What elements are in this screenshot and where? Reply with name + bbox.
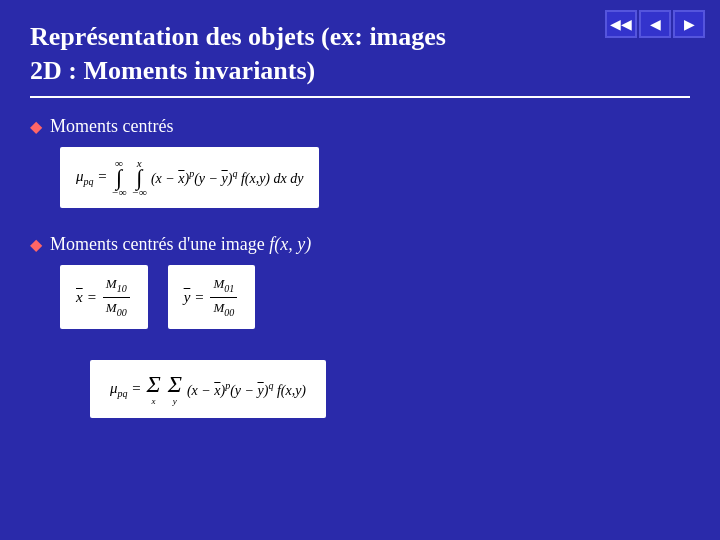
bullet-label-1: ◆ Moments centrés [30, 116, 690, 137]
bullet-diamond-1: ◆ [30, 117, 42, 136]
ybar-denominator: M00 [210, 298, 237, 320]
xbar-equals: = [87, 287, 97, 308]
sum-x: Σ x [146, 372, 160, 406]
bullet-section-2: ◆ Moments centrés d'une image f(x, y) x … [30, 234, 690, 339]
sum-integrand: (x − x)p(y − y)q f(x,y) [187, 379, 306, 400]
nav-prev-prev-button[interactable]: ◀◀ [605, 10, 637, 38]
bullet-label-2: ◆ Moments centrés d'une image f(x, y) [30, 234, 690, 255]
bullet-text-1: Moments centrés [50, 116, 173, 137]
ybar-content: y = M01 M00 [184, 275, 240, 319]
title-line1: Représentation des objets (ex: images [30, 22, 446, 51]
slide-container: ◀◀ ◀ ▶ Représentation des objets (ex: im… [0, 0, 720, 540]
ybar-equals: = [194, 287, 204, 308]
formula-sum-box: μpq = Σ x Σ y (x − x)p(y − y)q f(x,y) [90, 360, 326, 418]
nav-prev-button[interactable]: ◀ [639, 10, 671, 38]
formula-sum-section: μpq = Σ x Σ y (x − x)p(y − y)q f(x,y) [30, 355, 690, 418]
formula-xbar: x = M10 M00 [60, 265, 148, 329]
integral-upper-limit: ∞ ∫ −∞ [111, 157, 126, 199]
formula-ybar: y = M01 M00 [168, 265, 256, 329]
nav-next-button[interactable]: ▶ [673, 10, 705, 38]
xbar-denominator: M00 [103, 298, 130, 320]
slide-title: Représentation des objets (ex: images 2D… [30, 20, 690, 88]
ybar-symbol: y [184, 287, 191, 308]
bullet-text-2: Moments centrés d'une image f(x, y) [50, 234, 311, 255]
integral-formula-content: μpq = ∞ ∫ −∞ x ∫ −∞ (x − x)p(y − y)q f(x… [76, 157, 303, 199]
integral-upper-limit-x: x ∫ −∞ [132, 157, 147, 199]
bullet-text-2a: Moments centrés d'une image [50, 234, 269, 254]
title-divider [30, 96, 690, 98]
formula-lhs: μpq = [76, 166, 107, 189]
formula-integrand: (x − x)p(y − y)q f(x,y) dx dy [151, 167, 304, 188]
xbar-fraction: M10 M00 [103, 275, 130, 319]
title-line2: 2D : Moments invariants) [30, 56, 315, 85]
sum-lhs: μpq = [110, 378, 141, 401]
formula-row-xy: x = M10 M00 y = M01 M00 [60, 265, 690, 339]
sum-formula-content: μpq = Σ x Σ y (x − x)p(y − y)q f(x,y) [110, 372, 306, 406]
xbar-content: x = M10 M00 [76, 275, 132, 319]
sum-y: Σ y [168, 372, 182, 406]
bullet-diamond-2: ◆ [30, 235, 42, 254]
ybar-numerator: M01 [210, 275, 237, 298]
ybar-fraction: M01 M00 [210, 275, 237, 319]
bullet-text-2b: f(x, y) [269, 234, 311, 254]
formula-integral: μpq = ∞ ∫ −∞ x ∫ −∞ (x − x)p(y − y)q f(x… [60, 147, 319, 209]
nav-buttons: ◀◀ ◀ ▶ [605, 10, 705, 38]
bullet-section-1: ◆ Moments centrés μpq = ∞ ∫ −∞ x ∫ −∞ [30, 116, 690, 219]
xbar-numerator: M10 [103, 275, 130, 298]
xbar-symbol: x [76, 287, 83, 308]
